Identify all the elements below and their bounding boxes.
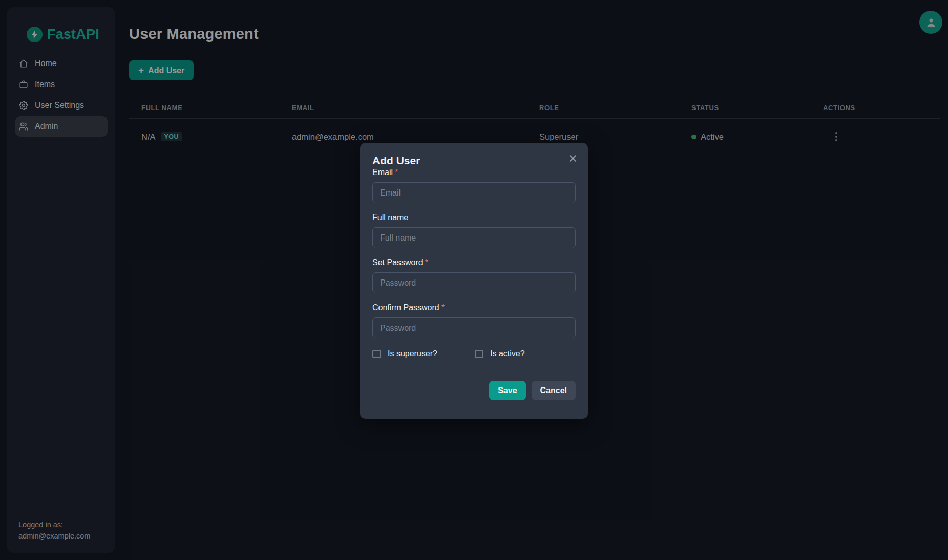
confirm-password-field-group: Confirm Password* — [372, 303, 576, 348]
modal-actions: Save Cancel — [372, 381, 576, 400]
cancel-button[interactable]: Cancel — [532, 381, 576, 400]
checkbox-row: Is superuser? Is active? — [372, 349, 576, 359]
required-marker: * — [425, 258, 428, 267]
checkbox-icon[interactable] — [372, 350, 381, 358]
full-name-field-group: Full name — [372, 212, 576, 257]
required-marker: * — [441, 303, 445, 312]
full-name-field-label: Full name — [372, 212, 576, 222]
is-superuser-label: Is superuser? — [388, 349, 437, 358]
is-superuser-checkbox[interactable]: Is superuser? — [372, 349, 475, 359]
set-password-input[interactable] — [372, 272, 576, 293]
modal-title: Add User — [372, 154, 576, 167]
email-field-label: Email* — [372, 167, 576, 177]
add-user-modal: Add User Email* Full name Set Password* … — [360, 143, 588, 419]
email-field-group: Email* — [372, 167, 576, 212]
save-button[interactable]: Save — [489, 381, 525, 400]
modal-close-button[interactable] — [565, 151, 580, 165]
confirm-password-input[interactable] — [372, 317, 576, 338]
is-active-checkbox[interactable]: Is active? — [475, 349, 525, 359]
is-active-label: Is active? — [490, 349, 525, 358]
close-icon — [568, 154, 578, 163]
full-name-input[interactable] — [372, 227, 576, 248]
confirm-password-field-label: Confirm Password* — [372, 303, 576, 312]
required-marker: * — [395, 168, 398, 177]
email-input[interactable] — [372, 182, 576, 203]
set-password-field-group: Set Password* — [372, 257, 576, 303]
set-password-field-label: Set Password* — [372, 257, 576, 267]
checkbox-icon[interactable] — [475, 350, 483, 358]
